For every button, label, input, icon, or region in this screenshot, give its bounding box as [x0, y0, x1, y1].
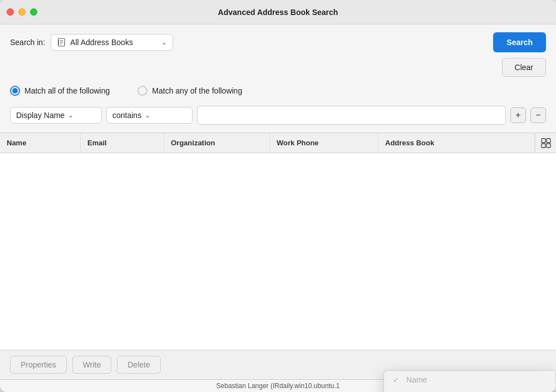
match-all-label: Match all of the following — [24, 86, 110, 95]
table-header: Name Email Organization Work Phone Addre… — [0, 133, 556, 153]
clear-row: Clear — [0, 58, 556, 82]
window-title: Advanced Address Book Search — [218, 8, 338, 17]
field-chevron-icon: ⌄ — [68, 111, 73, 119]
svg-rect-8 — [547, 139, 550, 143]
field-select[interactable]: Display Name ⌄ — [10, 107, 102, 124]
results-area: Name Email Organization Work Phone Addre… — [0, 133, 556, 350]
condition-chevron-icon: ⌄ — [145, 111, 150, 119]
match-all-radio[interactable] — [10, 86, 20, 96]
properties-button[interactable]: Properties — [10, 356, 67, 374]
svg-rect-5 — [58, 42, 59, 43]
minimize-button[interactable] — [18, 8, 26, 16]
svg-rect-4 — [58, 40, 59, 41]
add-criteria-button[interactable]: + — [510, 107, 526, 123]
col-ab-header: Address Book — [378, 133, 535, 153]
maximize-button[interactable] — [30, 8, 37, 16]
condition-select[interactable]: contains ⌄ — [106, 107, 193, 124]
search-button[interactable]: Search — [493, 32, 546, 52]
search-bar: Search in: All Address Books ⌄ Search — [0, 24, 556, 58]
svg-rect-6 — [58, 43, 59, 45]
column-menu-item-label: Name — [406, 375, 427, 384]
col-phone-header: Work Phone — [270, 133, 378, 153]
close-button[interactable] — [7, 8, 14, 16]
check-icon: ✓ — [393, 376, 402, 384]
match-any-radio[interactable] — [137, 86, 147, 96]
match-row: Match all of the following Match any of … — [0, 82, 556, 104]
svg-rect-10 — [547, 144, 550, 148]
results-body: ✓Name✓EmailChat Name✓OrganizationNicknam… — [0, 153, 556, 350]
delete-button[interactable]: Delete — [117, 356, 160, 374]
column-menu-item[interactable]: ✓Name — [384, 371, 555, 389]
column-menu-item[interactable]: ✓Email — [384, 389, 555, 392]
search-in-label: Search in: — [10, 38, 45, 47]
svg-rect-7 — [542, 139, 545, 143]
address-book-value: All Address Books — [70, 38, 158, 47]
criteria-value-input[interactable] — [197, 106, 506, 125]
write-button[interactable]: Write — [72, 356, 111, 374]
field-select-value: Display Name — [16, 111, 65, 120]
address-book-icon — [57, 37, 67, 47]
svg-rect-9 — [542, 144, 545, 148]
match-all-option[interactable]: Match all of the following — [10, 86, 110, 96]
remove-criteria-button[interactable]: − — [530, 107, 546, 123]
column-dropdown-menu: ✓Name✓EmailChat Name✓OrganizationNicknam… — [383, 370, 556, 392]
col-email-header: Email — [81, 133, 164, 153]
match-any-option[interactable]: Match any of the following — [137, 86, 242, 96]
clear-button[interactable]: Clear — [502, 58, 546, 77]
main-window: Advanced Address Book Search Search in: … — [0, 0, 556, 392]
match-any-label: Match any of the following — [152, 86, 242, 95]
titlebar: Advanced Address Book Search — [0, 0, 556, 24]
traffic-lights — [7, 8, 37, 16]
criteria-row: Display Name ⌄ contains ⌄ + − — [0, 104, 556, 133]
col-org-header: Organization — [164, 133, 270, 153]
condition-select-value: contains — [112, 111, 141, 120]
columns-settings-button[interactable] — [535, 134, 556, 153]
address-book-dropdown[interactable]: All Address Books ⌄ — [51, 34, 173, 51]
col-name-header: Name — [0, 133, 81, 153]
chevron-down-icon: ⌄ — [161, 38, 167, 46]
